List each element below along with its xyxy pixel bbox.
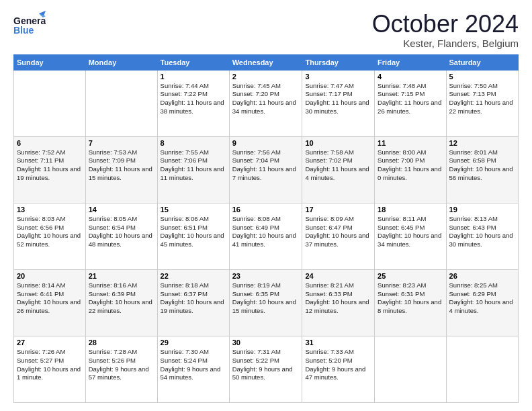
day-number: 22: [161, 272, 226, 280]
day-number: 18: [378, 205, 443, 214]
day-number: 13: [17, 205, 83, 214]
day-info: Sunrise: 7:55 AMSunset: 7:06 PMDaylight:…: [161, 148, 226, 183]
day-number: 24: [305, 272, 371, 280]
calendar-cell: 20Sunrise: 8:14 AMSunset: 6:41 PMDayligh…: [14, 269, 86, 336]
day-number: 8: [161, 139, 226, 147]
day-info: Sunrise: 8:13 AMSunset: 6:43 PMDaylight:…: [449, 215, 515, 249]
calendar-cell: 15Sunrise: 8:06 AMSunset: 6:51 PMDayligh…: [157, 203, 229, 269]
day-number: 23: [232, 272, 300, 280]
weekday-header-friday: Friday: [375, 54, 446, 70]
calendar-cell: 13Sunrise: 8:03 AMSunset: 6:56 PMDayligh…: [14, 203, 86, 269]
day-number: 27: [17, 338, 83, 347]
day-info: Sunrise: 7:30 AMSunset: 5:24 PMDaylight:…: [161, 348, 226, 382]
day-info: Sunrise: 8:14 AMSunset: 6:41 PMDaylight:…: [17, 281, 83, 316]
day-info: Sunrise: 7:56 AMSunset: 7:04 PMDaylight:…: [232, 148, 300, 183]
calendar-cell: 18Sunrise: 8:11 AMSunset: 6:45 PMDayligh…: [375, 203, 446, 269]
day-info: Sunrise: 7:52 AMSunset: 7:11 PMDaylight:…: [17, 148, 83, 183]
calendar-cell: 26Sunrise: 8:25 AMSunset: 6:29 PMDayligh…: [446, 269, 518, 336]
calendar-cell: 28Sunrise: 7:28 AMSunset: 5:26 PMDayligh…: [85, 336, 157, 402]
calendar-cell: 31Sunrise: 7:33 AMSunset: 5:20 PMDayligh…: [302, 336, 375, 402]
calendar-cell: 2Sunrise: 7:45 AMSunset: 7:20 PMDaylight…: [229, 70, 302, 136]
calendar-cell: 19Sunrise: 8:13 AMSunset: 6:43 PMDayligh…: [446, 203, 518, 269]
calendar-cell: 23Sunrise: 8:19 AMSunset: 6:35 PMDayligh…: [229, 269, 302, 336]
day-number: 20: [17, 272, 83, 280]
calendar-cell: 17Sunrise: 8:09 AMSunset: 6:47 PMDayligh…: [302, 203, 375, 269]
day-info: Sunrise: 8:05 AMSunset: 6:54 PMDaylight:…: [89, 215, 154, 249]
calendar-cell: [446, 336, 518, 402]
day-number: 7: [89, 139, 154, 147]
weekday-header-sunday: Sunday: [14, 54, 86, 70]
calendar-cell: 30Sunrise: 7:31 AMSunset: 5:22 PMDayligh…: [229, 336, 302, 402]
calendar-cell: 7Sunrise: 7:53 AMSunset: 7:09 PMDaylight…: [85, 136, 157, 203]
svg-text:Blue: Blue: [13, 25, 34, 36]
day-number: 6: [17, 139, 83, 147]
calendar-cell: 29Sunrise: 7:30 AMSunset: 5:24 PMDayligh…: [157, 336, 229, 402]
calendar-cell: 8Sunrise: 7:55 AMSunset: 7:06 PMDaylight…: [157, 136, 229, 203]
calendar-table: SundayMondayTuesdayWednesdayThursdayFrid…: [13, 54, 519, 403]
month-title: October 2024: [372, 11, 519, 38]
day-number: 14: [89, 205, 154, 214]
day-info: Sunrise: 8:23 AMSunset: 6:31 PMDaylight:…: [378, 281, 443, 316]
calendar-cell: 9Sunrise: 7:56 AMSunset: 7:04 PMDaylight…: [229, 136, 302, 203]
header: General Blue October 2024 Kester, Flande…: [13, 11, 519, 49]
day-number: 4: [378, 73, 443, 81]
day-info: Sunrise: 8:11 AMSunset: 6:45 PMDaylight:…: [378, 215, 443, 249]
day-info: Sunrise: 8:25 AMSunset: 6:29 PMDaylight:…: [449, 281, 515, 316]
day-info: Sunrise: 7:48 AMSunset: 7:15 PMDaylight:…: [378, 82, 443, 116]
calendar-cell: 6Sunrise: 7:52 AMSunset: 7:11 PMDaylight…: [14, 136, 86, 203]
calendar-cell: 5Sunrise: 7:50 AMSunset: 7:13 PMDaylight…: [446, 70, 518, 136]
day-number: 28: [89, 338, 154, 347]
calendar-cell: 27Sunrise: 7:26 AMSunset: 5:27 PMDayligh…: [14, 336, 86, 402]
calendar-cell: [85, 70, 157, 136]
day-number: 26: [449, 272, 515, 280]
day-number: 2: [232, 73, 300, 81]
calendar-cell: 4Sunrise: 7:48 AMSunset: 7:15 PMDaylight…: [375, 70, 446, 136]
calendar-week-5: 27Sunrise: 7:26 AMSunset: 5:27 PMDayligh…: [14, 336, 519, 402]
day-info: Sunrise: 7:45 AMSunset: 7:20 PMDaylight:…: [232, 82, 300, 116]
day-number: 17: [305, 205, 371, 214]
day-info: Sunrise: 7:33 AMSunset: 5:20 PMDaylight:…: [305, 348, 371, 382]
day-number: 31: [305, 338, 371, 347]
calendar-header-row: SundayMondayTuesdayWednesdayThursdayFrid…: [14, 54, 519, 70]
title-block: October 2024 Kester, Flanders, Belgium: [372, 11, 519, 49]
page: General Blue October 2024 Kester, Flande…: [0, 0, 532, 411]
calendar-cell: 16Sunrise: 8:08 AMSunset: 6:49 PMDayligh…: [229, 203, 302, 269]
weekday-header-monday: Monday: [85, 54, 157, 70]
day-number: 9: [232, 139, 300, 147]
day-info: Sunrise: 8:21 AMSunset: 6:33 PMDaylight:…: [305, 281, 371, 316]
day-number: 10: [305, 139, 371, 147]
day-number: 29: [161, 338, 226, 347]
day-info: Sunrise: 7:28 AMSunset: 5:26 PMDaylight:…: [89, 348, 154, 382]
weekday-header-saturday: Saturday: [446, 54, 518, 70]
day-number: 16: [232, 205, 300, 214]
calendar-cell: 25Sunrise: 8:23 AMSunset: 6:31 PMDayligh…: [375, 269, 446, 336]
day-number: 19: [449, 205, 515, 214]
calendar-week-1: 1Sunrise: 7:44 AMSunset: 7:22 PMDaylight…: [14, 70, 519, 136]
calendar-week-3: 13Sunrise: 8:03 AMSunset: 6:56 PMDayligh…: [14, 203, 519, 269]
calendar-week-4: 20Sunrise: 8:14 AMSunset: 6:41 PMDayligh…: [14, 269, 519, 336]
day-info: Sunrise: 7:58 AMSunset: 7:02 PMDaylight:…: [305, 148, 371, 183]
weekday-header-tuesday: Tuesday: [157, 54, 229, 70]
calendar-cell: 1Sunrise: 7:44 AMSunset: 7:22 PMDaylight…: [157, 70, 229, 136]
day-info: Sunrise: 7:44 AMSunset: 7:22 PMDaylight:…: [161, 82, 226, 116]
day-info: Sunrise: 7:50 AMSunset: 7:13 PMDaylight:…: [449, 82, 515, 116]
day-info: Sunrise: 8:01 AMSunset: 6:58 PMDaylight:…: [449, 148, 515, 183]
calendar-cell: [375, 336, 446, 402]
day-info: Sunrise: 8:16 AMSunset: 6:39 PMDaylight:…: [89, 281, 154, 316]
calendar-cell: 14Sunrise: 8:05 AMSunset: 6:54 PMDayligh…: [85, 203, 157, 269]
calendar-cell: 21Sunrise: 8:16 AMSunset: 6:39 PMDayligh…: [85, 269, 157, 336]
day-info: Sunrise: 8:03 AMSunset: 6:56 PMDaylight:…: [17, 215, 83, 249]
day-info: Sunrise: 8:18 AMSunset: 6:37 PMDaylight:…: [161, 281, 226, 316]
weekday-header-wednesday: Wednesday: [229, 54, 302, 70]
day-number: 21: [89, 272, 154, 280]
day-info: Sunrise: 7:31 AMSunset: 5:22 PMDaylight:…: [232, 348, 300, 382]
day-number: 12: [449, 139, 515, 147]
logo: General Blue: [13, 11, 46, 36]
day-info: Sunrise: 7:26 AMSunset: 5:27 PMDaylight:…: [17, 348, 83, 382]
day-number: 11: [378, 139, 443, 147]
day-info: Sunrise: 7:53 AMSunset: 7:09 PMDaylight:…: [89, 148, 154, 183]
day-info: Sunrise: 8:00 AMSunset: 7:00 PMDaylight:…: [378, 148, 443, 183]
calendar-cell: 11Sunrise: 8:00 AMSunset: 7:00 PMDayligh…: [375, 136, 446, 203]
day-number: 15: [161, 205, 226, 214]
calendar-cell: 24Sunrise: 8:21 AMSunset: 6:33 PMDayligh…: [302, 269, 375, 336]
